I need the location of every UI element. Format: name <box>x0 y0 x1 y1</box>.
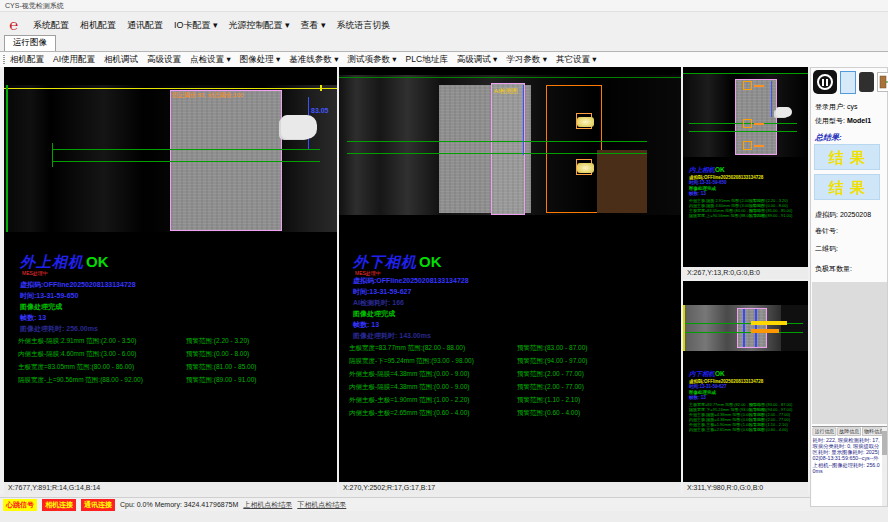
app-logo-icon: ℮ <box>6 17 22 33</box>
camera-image-inner-lower[interactable] <box>683 305 808 351</box>
blue-measure-line-overlay <box>743 309 745 347</box>
ok-status-label: OK <box>715 370 725 378</box>
orange-label-mark <box>754 85 764 87</box>
camera-image-inner-upper[interactable] <box>683 73 808 157</box>
green-measure-line-overlay <box>347 153 647 154</box>
toolbar-grip-icon <box>3 55 5 64</box>
tool-spot-check[interactable]: 点检设置 ▾ <box>190 54 231 66</box>
menu-comm-config[interactable]: 通讯配置 <box>127 19 163 32</box>
camera-info-block: 内上相机OK 虚拟码:OFFline20250208133134728 时间:1… <box>689 165 807 219</box>
orange-detection-box <box>743 119 752 128</box>
ok-status-label: OK <box>86 253 109 270</box>
measurement-row: 外侧主极-隔膜=4.38mm 范围:(0.00 - 9.00)预警范围:(2.0… <box>349 370 587 383</box>
sidebar-button-row <box>813 70 888 94</box>
orange-label-mark <box>754 123 764 125</box>
window-title: CYS-视觉检测系统 <box>5 2 64 9</box>
measurement-list: 外侧主极-隔膜:2.91mm 范围:(2.00 - 3.50)预警范围:(2.2… <box>18 337 256 389</box>
green-tick-overlay <box>52 143 53 167</box>
process-done-line: 图像处理完成 <box>20 301 136 312</box>
blue-measure-line-overlay <box>755 309 757 347</box>
ok-status-label: OK <box>715 166 725 174</box>
main-area: 固定阈值:93, 动态阈值:100 83.05 外上相机OK MES处理中 虚拟… <box>0 67 888 494</box>
qr-code-row: 二维码: <box>815 244 838 254</box>
measurement-row: 外侧主极-隔膜:2.91mm 范围:(2.00 - 3.50)预警范围:(2.2… <box>18 337 256 350</box>
pink-roi-overlay <box>737 308 767 348</box>
menu-bar: ℮ 系统配置 相机配置 通讯配置 IO卡配置 ▾ 光源控制配置 ▾ 查看 ▾ 系… <box>0 12 888 38</box>
user-login-button[interactable] <box>840 71 856 94</box>
menu-language-switch[interactable]: 系统语言切换 <box>337 19 391 32</box>
blue-measure-line-overlay <box>523 85 524 155</box>
tool-other-settings[interactable]: 其它设置 ▾ <box>556 54 597 66</box>
camera-panel-inner-lower: 内下相机OK 虚拟码:OFFline20250208133134728 时间:1… <box>683 281 808 494</box>
menu-view[interactable]: 查看 ▾ <box>301 19 326 32</box>
tool-image-processing[interactable]: 图像处理 ▾ <box>240 54 281 66</box>
pixel-coordinate-bar: X:311,Y:980,R:0,G:0,B:0 <box>683 482 808 494</box>
model-value: Model1 <box>847 117 871 124</box>
log-scrollbar[interactable] <box>882 427 887 506</box>
menu-io-config[interactable]: IO卡配置 ▾ <box>174 19 218 32</box>
pixel-coordinate-bar: X:267,Y:13,R:0,G:0,B:0 <box>683 267 808 279</box>
log-tab-fault-info[interactable]: 故障信息 <box>837 428 861 436</box>
window-titlebar: CYS-视觉检测系统 <box>0 0 888 12</box>
yellow-edge-line-overlay <box>683 305 685 351</box>
tool-ai-config[interactable]: AI使用配置 <box>53 54 95 66</box>
mes-status-label: MES处理中 <box>22 270 48 276</box>
camera-info-block: 内下相机OK 虚拟码:OFFline20250208133134728 时间:1… <box>689 369 807 433</box>
measurement-row: 外侧主极-主极=1.90mm 范围:(1.00 - 2.20)预警范围:(1.1… <box>349 396 587 409</box>
status-bar: 心跳信号 相机连接 通讯连接 Cpu: 0.0% Memory: 3424.41… <box>0 497 810 511</box>
user-switch-button[interactable] <box>859 72 874 92</box>
lower-camera-check-link[interactable]: 下相机点检结果 <box>297 500 346 510</box>
tool-advanced-debug[interactable]: 高级调试 ▾ <box>457 54 498 66</box>
virtual-code-value: 20250208 <box>840 211 871 218</box>
camera-name-label: 外下相机 <box>353 253 417 270</box>
tool-test-params[interactable]: 测试项参数 ▾ <box>347 54 396 66</box>
yellow-tick-overlay <box>320 85 322 91</box>
toolbar: 相机配置 AI使用配置 相机调试 高级设置 点检设置 ▾ 图像处理 ▾ 基准线参… <box>0 52 888 67</box>
green-baseline-overlay <box>683 73 808 74</box>
log-text: 耗时: 222, 瑕疵检测耗时: 17, 瑕疵分类耗时: 0, 瑕疵提取分区耗时… <box>813 437 881 474</box>
tab-run-image[interactable]: 运行图像 <box>4 35 56 51</box>
measurement-row: 隔膜宽度-下=95.24mm 范围:(93.00 - 98.00)预警范围:(9… <box>349 357 587 370</box>
orange-label-mark <box>754 145 764 147</box>
camera-image-outer-lower[interactable]: AI检测图 <box>339 75 681 215</box>
camera-connect-badge: 相机连接 <box>42 499 76 511</box>
blue-measure-line-overlay <box>771 81 772 117</box>
log-scrollbar-thumb[interactable] <box>882 431 887 455</box>
tab-highlight-blob <box>577 117 594 127</box>
yellow-baseline-overlay <box>4 88 337 89</box>
pause-button[interactable] <box>813 70 837 94</box>
orange-detection-box <box>743 141 752 150</box>
tool-camera-config[interactable]: 相机配置 <box>10 54 44 66</box>
measurement-row: 内侧主极-主极=2.65mm 范围:(0.60 - 4.00)预警范围:(0.6… <box>689 428 807 433</box>
tool-plc-address[interactable]: PLC地址库 <box>406 54 448 66</box>
measurement-row: 隔膜宽度-上=90.56mm 范围:(88.00 - 92.00)预警范围:(8… <box>18 376 256 389</box>
measurement-row: 内侧主极-隔膜=4.38mm 范围:(0.00 - 9.00)预警范围:(2.0… <box>349 383 587 396</box>
menu-camera-config[interactable]: 相机配置 <box>80 19 116 32</box>
tool-camera-debug[interactable]: 相机调试 <box>104 54 138 66</box>
result-box-lower: 结果 <box>814 174 880 200</box>
width-value-overlay: 83.05 <box>311 107 329 114</box>
measurement-row: 隔膜宽度-上=90.56mm 范围:(88.00 - 92.00)预警范围:(8… <box>689 214 807 219</box>
ok-status-label: OK <box>419 253 442 270</box>
camera-info-block: 虚拟码:OFFline20250208133134728 时间:13-31-59… <box>353 275 469 341</box>
camera-info-block: 虚拟码:OFFline20250208133134728 时间:13-31-59… <box>20 279 136 334</box>
menu-light-config[interactable]: 光源控制配置 ▾ <box>229 19 290 32</box>
ai-time-line: AI检测耗时: 166 <box>353 297 469 308</box>
log-tab-run-info[interactable]: 运行信息 <box>813 428 837 436</box>
measurement-row: 主极宽度=83.05mm 范围:(80.00 - 86.00)预警范围:(81.… <box>18 363 256 376</box>
green-measure-line-overlay <box>689 131 797 132</box>
green-measure-line-overlay <box>347 141 647 142</box>
green-measure-line-overlay <box>52 161 320 162</box>
menu-system-config[interactable]: 系统配置 <box>33 19 69 32</box>
model-row[interactable]: 使用型号: Model1 <box>815 116 871 126</box>
green-baseline-overlay <box>339 77 681 78</box>
time-line: 时间:13-31-59-627 <box>353 286 469 297</box>
tool-baseline-params[interactable]: 基准线参数 ▾ <box>289 54 338 66</box>
tab-strip: 运行图像 <box>0 38 888 52</box>
upper-camera-check-link[interactable]: 上相机点检结果 <box>243 500 292 510</box>
tool-advanced-settings[interactable]: 高级设置 <box>147 54 181 66</box>
tool-learning-params[interactable]: 学习参数 ▾ <box>506 54 547 66</box>
exit-button[interactable] <box>877 72 888 92</box>
yellow-label-mark <box>751 321 787 325</box>
camera-image-outer-upper[interactable]: 固定阈值:93, 动态阈值:100 83.05 <box>4 85 337 232</box>
